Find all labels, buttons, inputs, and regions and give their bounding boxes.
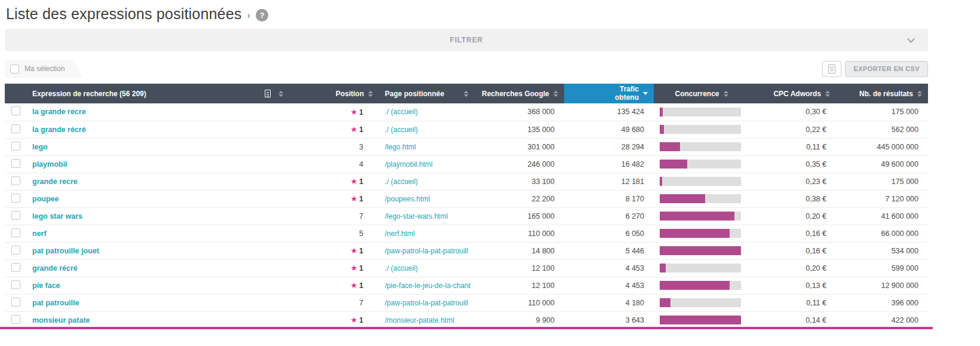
keyword-link[interactable]: la grande récré [32,125,86,134]
sort-arrows-icon[interactable] [724,91,728,97]
my-selection-checkbox[interactable] [10,65,19,74]
traffic-value: 12 181 [564,173,654,190]
results-value: 599 000 [836,259,928,277]
competition-bar-fill [660,246,741,255]
google-searches-value: 368 000 [474,103,564,121]
row-checkbox-cell [5,138,26,155]
sort-arrows-icon[interactable] [553,91,558,97]
row-checkbox[interactable] [11,263,20,272]
google-searches-value: 301 000 [474,138,564,155]
keyword-link[interactable]: grande récré [32,264,78,272]
row-checkbox[interactable] [11,176,20,185]
sort-arrows-icon[interactable] [825,91,830,97]
help-icon[interactable]: ? [256,9,268,22]
competition-bar-track [660,298,741,307]
keyword-link[interactable]: poupee [32,195,59,203]
table-row: grande récré★1./ (accueil)12 1004 4530,2… [5,259,928,277]
positioned-page-link[interactable]: /lego.html [385,143,416,151]
page-header: Liste des expressions positionnées › ? [5,0,975,29]
row-checkbox[interactable] [11,194,20,203]
row-checkbox[interactable] [11,280,20,289]
row-checkbox[interactable] [11,142,20,151]
sort-arrows-icon[interactable] [464,91,468,97]
row-checkbox[interactable] [11,211,20,220]
column-header-expression[interactable]: Expression de recherche (56 209) [26,84,289,103]
column-header-cpc[interactable]: CPC Adwords [749,84,836,103]
keyword-cell: pie face [26,277,289,294]
row-checkbox[interactable] [11,159,20,168]
competition-bar-fill [660,264,666,272]
competition-cell [654,207,749,225]
table-row: playmobil4/playmobil.html246 00016 4820,… [5,155,928,173]
positioned-page-link[interactable]: ./ (accueil) [385,264,418,272]
row-checkbox[interactable] [11,298,20,307]
sort-arrows-icon[interactable] [917,91,922,97]
keyword-link[interactable]: monsieur patate [32,316,90,324]
filter-bar[interactable]: FILTRER [5,29,928,51]
export-csv-button[interactable]: EXPORTER EN CSV [845,61,928,77]
positioned-page-link[interactable]: /paw-patrol-la-pat-patrouill [385,247,468,255]
column-label: Expression de recherche (56 209) [32,90,146,98]
row-checkbox[interactable] [11,228,20,237]
column-header-page[interactable]: Page positionnée [379,84,474,103]
row-checkbox-cell [5,242,26,259]
positioned-page-link[interactable]: ./ (accueil) [385,177,418,186]
note-document-icon[interactable] [265,90,271,97]
row-checkbox[interactable] [11,106,20,115]
results-value: 7 120 000 [836,190,928,207]
position-value: 1 [359,281,363,290]
row-checkbox[interactable] [11,315,20,324]
keyword-link[interactable]: la grande recre [32,108,86,116]
positioned-page-link[interactable]: /nerf.html [385,229,415,238]
column-header-google-searches[interactable]: Recherches Google [474,84,564,103]
positioned-page-link[interactable]: /poupees.html [385,195,430,203]
competition-bar-track [660,108,741,117]
competition-cell [654,155,749,173]
top-position-star-icon: ★ [350,125,357,134]
csv-file-icon-button[interactable] [822,61,841,77]
page-cell: /lego-star-wars.html [379,207,474,225]
google-searches-value: 22 200 [474,190,564,207]
positioned-page-link[interactable]: /paw-patrol-la-pat-patrouill [385,299,468,307]
row-checkbox[interactable] [11,246,20,255]
column-header-competition[interactable]: Concurrence [654,84,749,103]
column-header-results[interactable]: Nb. de résultats [836,84,928,103]
table-row: la grande récré★1./ (accueil)135 00049 6… [5,121,928,138]
column-header-traffic[interactable]: Trafic obtenu [564,84,654,103]
sort-desc-icon[interactable] [639,92,648,95]
column-label: Concurrence [675,90,719,98]
sort-arrows-icon[interactable] [368,91,373,97]
top-position-star-icon: ★ [350,316,357,324]
positioned-page-link[interactable]: ./ (accueil) [385,108,418,116]
positioned-page-link[interactable]: /lego-star-wars.html [385,212,448,221]
keyword-link[interactable]: lego [32,143,48,151]
google-searches-value: 14 800 [474,242,564,259]
cpc-value: 0,13 € [749,277,836,294]
keyword-link[interactable]: nerf [32,229,47,238]
sort-arrows-icon[interactable] [278,91,283,97]
position-value: 7 [359,299,363,307]
page-cell: /paw-patrol-la-pat-patrouill [379,242,474,259]
my-selection-tab[interactable]: Ma sélection [5,60,82,78]
keyword-link[interactable]: grande recre [32,177,78,186]
row-checkbox-cell [5,207,26,225]
competition-bar-fill [660,108,663,117]
positioned-page-link[interactable]: ./ (accueil) [385,125,418,134]
competition-bar-fill [660,212,734,221]
results-value: 175 000 [836,103,928,121]
positioned-page-link[interactable]: /playmobil.html [385,160,433,169]
keyword-link[interactable]: lego star wars [32,212,82,221]
positioned-page-link[interactable]: /pie-face-le-jeu-de-la-chant [385,281,470,290]
keyword-link[interactable]: pie face [32,281,60,290]
keyword-cell: lego [26,138,289,155]
column-header-position[interactable]: Position [289,84,379,103]
positioned-page-link[interactable]: /monsieur-patate.html [385,316,454,324]
page-cell: ./ (accueil) [379,103,474,121]
keyword-link[interactable]: pat patrouille jouet [32,247,99,255]
keyword-link[interactable]: pat patrouille [32,299,79,307]
table-row: poupee★1/poupees.html22 2008 1700,38 €7 … [5,190,928,207]
keyword-link[interactable]: playmobil [32,160,67,169]
row-checkbox[interactable] [11,124,20,133]
position-cell: ★1 [289,173,379,190]
column-label: Nb. de résultats [859,90,913,98]
